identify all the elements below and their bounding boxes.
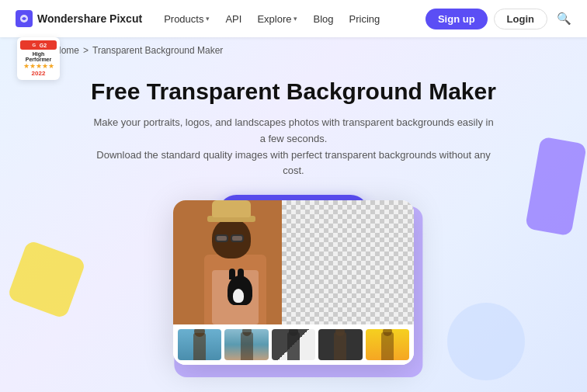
badge-high-performer: High Performer — [20, 51, 57, 62]
g2-badge: G G2 High Performer ★★★★★ 2022 — [17, 37, 60, 80]
breadcrumb: Home > Transparent Background Maker — [0, 37, 587, 64]
login-button[interactable]: Login — [494, 9, 547, 29]
logo-text: Wondershare Pixcut — [37, 12, 142, 25]
thumbnail-3[interactable] — [272, 329, 315, 360]
person-preview — [181, 200, 336, 324]
nav-blog[interactable]: Blog — [307, 10, 339, 28]
nav-explore[interactable]: Explore ▾ — [251, 10, 304, 28]
badge-stars: ★★★★★ — [20, 62, 57, 70]
breadcrumb-separator: > — [83, 45, 89, 56]
preview-card — [173, 200, 414, 365]
thumbnail-4[interactable] — [318, 329, 362, 360]
logo[interactable]: Wondershare Pixcut — [16, 10, 142, 27]
bg-decoration-blue — [447, 303, 525, 380]
badge-year: 2022 — [20, 70, 57, 77]
nav-pricing[interactable]: Pricing — [343, 10, 387, 28]
thumbnail-strip — [173, 324, 414, 365]
thumbnail-2[interactable] — [224, 329, 268, 360]
badge-g2-label: G G2 — [20, 40, 57, 50]
search-icon[interactable]: 🔍 — [557, 12, 571, 26]
nav-links: Products ▾ API Explore ▾ Blog Pricing — [158, 10, 425, 28]
products-chevron-icon: ▾ — [206, 15, 210, 23]
explore-chevron-icon: ▾ — [294, 15, 297, 23]
g2-logo-icon: G — [30, 41, 38, 49]
navbar: Wondershare Pixcut Products ▾ API Explor… — [0, 0, 587, 37]
breadcrumb-current: Transparent Background Maker — [92, 45, 223, 56]
thumbnail-5[interactable] — [366, 329, 409, 360]
hero-title: Free Transparent Background Maker — [16, 78, 571, 106]
preview-main-image — [173, 200, 414, 324]
thumbnail-1[interactable] — [178, 329, 221, 360]
signup-button[interactable]: Sign up — [425, 9, 488, 29]
nav-products[interactable]: Products ▾ — [158, 10, 216, 28]
nav-api[interactable]: API — [219, 10, 248, 28]
nav-right: Sign up Login 🔍 — [425, 9, 571, 29]
hero-subtitle: Make your portraits, logos, and landscap… — [92, 115, 495, 179]
logo-icon — [16, 10, 33, 27]
